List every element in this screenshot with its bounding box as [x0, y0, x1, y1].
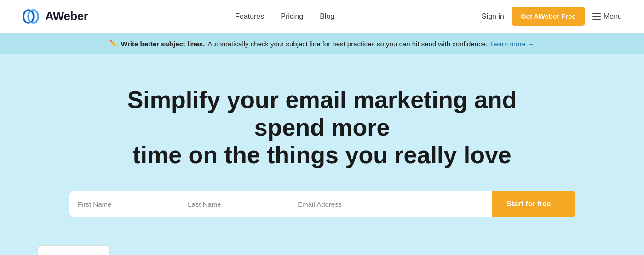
email-address-input[interactable]: [289, 191, 492, 217]
bottom-card-hint: [37, 245, 110, 255]
signup-form: Start for free →: [69, 191, 575, 217]
nav-link-blog[interactable]: Blog: [320, 12, 334, 21]
banner-learn-more-link[interactable]: Learn more →: [490, 40, 535, 48]
banner-emoji: ✏️: [109, 40, 118, 48]
hero-title-line1: Simplify your email marketing and spend …: [127, 86, 517, 141]
nav-actions: Sign in Get AWeber Free Menu: [482, 7, 622, 26]
navbar: AWeber Features Pricing Blog Sign in Get…: [0, 0, 644, 33]
banner-bold-text: Write better subject lines.: [121, 40, 205, 48]
menu-button[interactable]: Menu: [592, 12, 622, 21]
logo[interactable]: AWeber: [22, 6, 88, 27]
hero-title-line2: time on the things you really love: [132, 142, 512, 168]
hamburger-icon: [592, 13, 601, 20]
svg-rect-4: [592, 19, 601, 20]
nav-links: Features Pricing Blog: [235, 12, 334, 21]
nav-link-pricing[interactable]: Pricing: [281, 12, 303, 21]
hero-section: Simplify your email marketing and spend …: [0, 54, 644, 245]
last-name-input[interactable]: [179, 191, 289, 217]
hero-title: Simplify your email marketing and spend …: [115, 86, 529, 169]
logo-text: AWeber: [45, 9, 88, 23]
svg-rect-3: [592, 16, 601, 17]
banner-description: Automatically check your subject line fo…: [207, 40, 488, 48]
nav-link-features[interactable]: Features: [235, 12, 264, 21]
svg-rect-2: [592, 13, 601, 14]
menu-label: Menu: [604, 12, 622, 21]
first-name-input[interactable]: [69, 191, 179, 217]
announcement-banner: ✏️ Write better subject lines. Automatic…: [0, 33, 644, 54]
get-aweber-free-button[interactable]: Get AWeber Free: [512, 7, 585, 26]
start-for-free-button[interactable]: Start for free →: [492, 191, 575, 217]
bottom-partial: [0, 245, 644, 255]
sign-in-link[interactable]: Sign in: [482, 12, 504, 21]
aweber-logo-icon: [22, 6, 42, 27]
